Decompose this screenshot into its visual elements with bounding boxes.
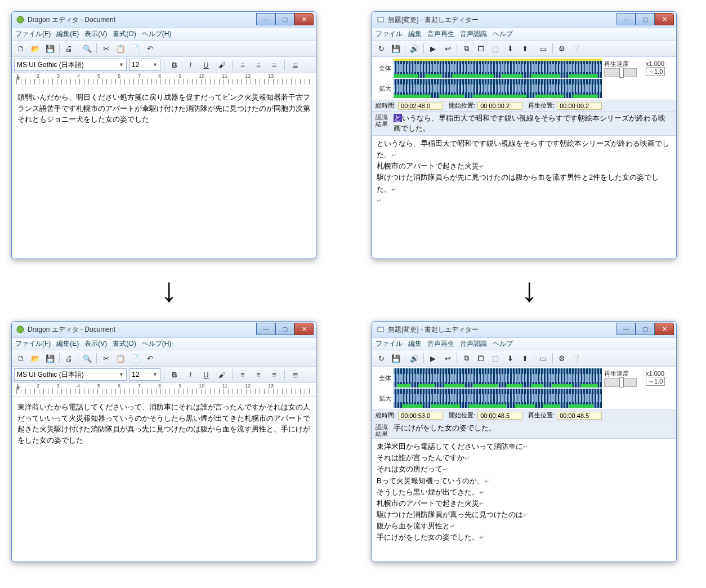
play-icon[interactable]: ▶ bbox=[426, 351, 440, 365]
minimize-button[interactable]: ― bbox=[256, 13, 275, 25]
save-icon[interactable]: 💾 bbox=[43, 351, 57, 365]
menu-edit[interactable]: 編集 bbox=[408, 339, 422, 349]
align-left-icon[interactable]: ≡ bbox=[236, 58, 249, 72]
volume-icon[interactable]: 🔊 bbox=[408, 351, 421, 365]
menu-edit[interactable]: 編集(E) bbox=[56, 29, 79, 39]
cut-icon[interactable]: ✂ bbox=[99, 351, 113, 365]
open-icon[interactable]: 📂 bbox=[29, 42, 42, 55]
waveform-zoom[interactable] bbox=[394, 389, 602, 408]
new-icon[interactable]: 🗋 bbox=[14, 351, 28, 365]
speed-reset-button[interactable]: →1.0 bbox=[646, 377, 665, 386]
volume-icon[interactable]: 🔊 bbox=[408, 42, 421, 55]
print-icon[interactable]: 🖨 bbox=[62, 351, 75, 365]
menu-help[interactable]: ヘルプ bbox=[493, 339, 513, 349]
menu-file[interactable]: ファイル bbox=[376, 29, 403, 39]
close-button[interactable]: ✕ bbox=[294, 13, 314, 25]
titlebar[interactable]: 無題[変更] - 書起しエディター ― ▢ ✕ bbox=[372, 322, 676, 338]
menu-recog[interactable]: 音声認識 bbox=[460, 29, 487, 39]
menu-help[interactable]: ヘルプ(H) bbox=[142, 339, 172, 349]
document-content[interactable]: 東洋蒔いたから電話してくださいって、消防車にそれは誰が言ったんですかそれは女の人… bbox=[12, 397, 316, 524]
titlebar[interactable]: Dragon エディタ - Document ― ▢ ✕ bbox=[12, 12, 316, 28]
maximize-button[interactable]: ▢ bbox=[636, 13, 655, 25]
menu-file[interactable]: ファイル(F) bbox=[15, 339, 51, 349]
bold-icon[interactable]: B bbox=[168, 368, 181, 381]
mark2-icon[interactable]: ⧠ bbox=[474, 351, 488, 365]
document-content[interactable]: 頭弱いんだから、明日ください処方箋に戻り成器を促すだってピンク火災報知器若干古フ… bbox=[12, 87, 316, 215]
card-icon[interactable]: ▭ bbox=[537, 351, 550, 365]
undo-icon[interactable]: ↶ bbox=[143, 42, 157, 55]
close-button[interactable]: ✕ bbox=[655, 323, 674, 335]
menu-help[interactable]: ヘルプ bbox=[493, 29, 513, 39]
minimize-button[interactable]: ― bbox=[616, 13, 636, 25]
minimize-button[interactable]: ― bbox=[616, 323, 636, 335]
align-right-icon[interactable]: ≡ bbox=[267, 58, 281, 72]
back-icon[interactable]: ↩ bbox=[441, 42, 454, 55]
titlebar[interactable]: Dragon エディタ - Document ― ▢ ✕ bbox=[12, 322, 316, 338]
ruler[interactable]: ⬖ 12345678910111213 bbox=[12, 383, 316, 397]
underline-icon[interactable]: U bbox=[199, 58, 213, 72]
save-icon[interactable]: 💾 bbox=[389, 351, 403, 365]
menu-format[interactable]: 書式(O) bbox=[113, 29, 136, 39]
copy-icon[interactable]: 📋 bbox=[114, 351, 127, 365]
bold-icon[interactable]: B bbox=[168, 58, 181, 72]
mark3-icon[interactable]: ⬚ bbox=[489, 42, 502, 55]
italic-icon[interactable]: I bbox=[184, 368, 197, 381]
ruler[interactable]: ⬖ 12345678910111213 bbox=[12, 73, 316, 87]
menu-play[interactable]: 音声再生 bbox=[427, 29, 454, 39]
reload-icon[interactable]: ↻ bbox=[374, 42, 388, 55]
menu-format[interactable]: 書式(O) bbox=[113, 339, 136, 349]
copy-icon[interactable]: 📋 bbox=[114, 42, 127, 55]
menu-help[interactable]: ヘルプ(H) bbox=[142, 29, 172, 39]
help-icon[interactable]: ❔ bbox=[570, 351, 583, 365]
mark1-icon[interactable]: ⧉ bbox=[459, 351, 473, 365]
find-icon[interactable]: 🔍 bbox=[81, 351, 94, 365]
close-button[interactable]: ✕ bbox=[655, 13, 674, 25]
maximize-button[interactable]: ▢ bbox=[636, 323, 655, 335]
cut-icon[interactable]: ✂ bbox=[99, 42, 113, 55]
font-name-combo[interactable]: MS UI Gothic (日本語)▼ bbox=[14, 59, 127, 71]
mark1-icon[interactable]: ⧉ bbox=[459, 42, 473, 55]
speed-slider[interactable] bbox=[604, 378, 637, 387]
mark2-icon[interactable]: ⧠ bbox=[474, 42, 488, 55]
menu-recog[interactable]: 音声認識 bbox=[460, 339, 487, 349]
font-size-combo[interactable]: 12▼ bbox=[129, 59, 160, 71]
minimize-button[interactable]: ― bbox=[256, 323, 275, 335]
print-icon[interactable]: 🖨 bbox=[62, 42, 75, 55]
menu-edit[interactable]: 編集 bbox=[408, 29, 422, 39]
waveform-overall[interactable] bbox=[394, 59, 602, 78]
back-icon[interactable]: ↩ bbox=[441, 351, 454, 365]
underline-icon[interactable]: U bbox=[199, 368, 213, 381]
font-size-combo[interactable]: 12▼ bbox=[129, 368, 160, 381]
italic-icon[interactable]: I bbox=[184, 58, 197, 72]
list-icon[interactable]: ≣ bbox=[288, 58, 302, 72]
speed-reset-button[interactable]: →1.0 bbox=[646, 67, 665, 76]
up-icon[interactable]: ⬆ bbox=[518, 42, 531, 55]
transcript-content[interactable]: 東洋米田から電話してくださいって消防車に↵ それは誰が言ったんですか↵ それは女… bbox=[372, 439, 676, 562]
list-icon[interactable]: ≣ bbox=[288, 368, 302, 381]
align-center-icon[interactable]: ≡ bbox=[252, 58, 265, 72]
reload-icon[interactable]: ↻ bbox=[374, 351, 388, 365]
maximize-button[interactable]: ▢ bbox=[275, 323, 294, 335]
align-left-icon[interactable]: ≡ bbox=[236, 368, 249, 381]
waveform-zoom[interactable] bbox=[394, 79, 602, 98]
paste-icon[interactable]: 📄 bbox=[128, 351, 142, 365]
save-icon[interactable]: 💾 bbox=[43, 42, 57, 55]
help-icon[interactable]: ❔ bbox=[570, 42, 583, 55]
gear-icon[interactable]: ⚙ bbox=[555, 42, 569, 55]
speed-slider[interactable] bbox=[604, 68, 637, 77]
find-icon[interactable]: 🔍 bbox=[81, 42, 94, 55]
transcript-content[interactable]: というなら、早稲田大で昭和です鋭い視線をそらすです朝絵本シリーズが終わる映画でし… bbox=[372, 136, 676, 259]
recognition-text[interactable]: というなら、早稲田大で昭和です鋭い視線をそらすです朝絵本シリーズが終わる映画でし… bbox=[392, 113, 673, 134]
menu-file[interactable]: ファイル bbox=[376, 339, 403, 349]
titlebar[interactable]: 無題[変更] - 書起しエディター ― ▢ ✕ bbox=[372, 12, 676, 28]
color-icon[interactable]: 🖌 bbox=[215, 58, 229, 72]
card-icon[interactable]: ▭ bbox=[537, 42, 550, 55]
menu-play[interactable]: 音声再生 bbox=[427, 339, 454, 349]
new-icon[interactable]: 🗋 bbox=[14, 42, 28, 55]
up-icon[interactable]: ⬆ bbox=[518, 351, 531, 365]
down-icon[interactable]: ⬇ bbox=[503, 351, 517, 365]
recognition-text[interactable]: 手にけがをした女の姿でした。 bbox=[392, 422, 673, 434]
menu-file[interactable]: ファイル(F) bbox=[15, 29, 51, 39]
gear-icon[interactable]: ⚙ bbox=[555, 351, 569, 365]
mark3-icon[interactable]: ⬚ bbox=[489, 351, 502, 365]
